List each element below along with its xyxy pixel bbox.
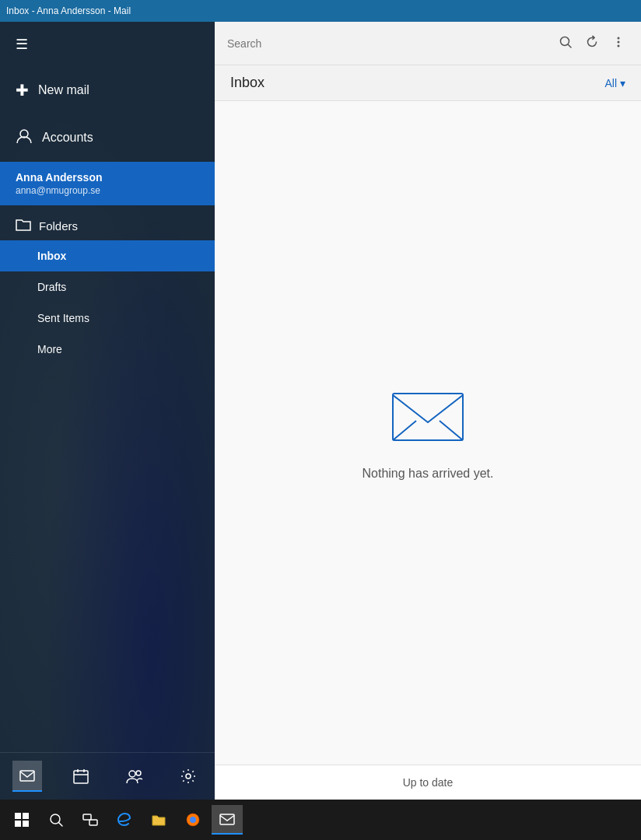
svg-rect-14 [23, 821, 29, 827]
search-input[interactable] [227, 37, 549, 50]
folders-section: Folders [0, 205, 215, 240]
new-mail-label: New mail [38, 83, 89, 97]
up-to-date-bar: Up to date [215, 765, 641, 800]
svg-rect-2 [74, 771, 88, 783]
svg-point-6 [561, 37, 569, 45]
empty-envelope-icon [389, 386, 467, 448]
folder-more[interactable]: More [0, 334, 215, 365]
svg-point-9 [618, 44, 620, 47]
search-icon-button[interactable] [555, 32, 576, 55]
nav-mail-button[interactable] [12, 761, 42, 792]
sidebar: ☰ ✚ New mail Accounts Anna Andersson ann… [0, 22, 215, 800]
edge-button[interactable] [109, 806, 140, 834]
svg-rect-16 [83, 814, 91, 820]
explorer-button[interactable] [143, 806, 174, 834]
svg-rect-11 [15, 813, 21, 819]
folder-icon [16, 218, 31, 234]
taskbar-search-button[interactable] [40, 806, 72, 834]
account-email: anna@nmugroup.se [16, 185, 199, 196]
more-options-button[interactable] [608, 32, 629, 55]
sidebar-header: ☰ [0, 22, 215, 67]
nav-calendar-button[interactable] [66, 761, 96, 792]
new-mail-icon: ✚ [16, 81, 29, 100]
folders-label: Folders [16, 218, 199, 234]
all-filter-button[interactable]: All ▾ [604, 77, 625, 89]
firefox-button[interactable] [177, 806, 208, 834]
svg-point-3 [129, 771, 135, 777]
new-mail-button[interactable]: ✚ New mail [0, 67, 215, 114]
nav-settings-button[interactable] [173, 761, 203, 792]
right-panel: Inbox All ▾ Nothing has arrived yet. Up … [215, 22, 641, 800]
accounts-button[interactable]: Accounts [0, 114, 215, 162]
mail-taskbar-button[interactable] [212, 805, 243, 835]
accounts-icon [16, 128, 33, 148]
svg-point-19 [190, 817, 196, 823]
start-button[interactable] [6, 806, 37, 834]
svg-rect-13 [15, 821, 21, 827]
taskbar [0, 800, 641, 840]
taskview-button[interactable] [75, 806, 106, 834]
folder-sent-items[interactable]: Sent Items [0, 303, 215, 334]
svg-rect-20 [220, 814, 234, 824]
accounts-label: Accounts [42, 131, 93, 145]
svg-rect-1 [20, 771, 34, 781]
hamburger-icon: ☰ [16, 37, 28, 52]
inbox-title: Inbox [230, 75, 264, 91]
title-text: Inbox - Anna Andersson - Mail [6, 5, 131, 16]
svg-point-8 [618, 40, 620, 43]
svg-point-7 [618, 37, 620, 39]
account-name: Anna Andersson [16, 171, 199, 184]
svg-point-5 [186, 774, 191, 779]
empty-message: Nothing has arrived yet. [363, 467, 494, 481]
hamburger-button[interactable]: ☰ [12, 33, 31, 56]
svg-rect-17 [89, 820, 97, 825]
sidebar-bottom-nav [0, 752, 215, 800]
folder-drafts[interactable]: Drafts [0, 271, 215, 303]
account-item[interactable]: Anna Andersson anna@nmugroup.se [0, 162, 215, 205]
nav-people-button[interactable] [120, 761, 149, 792]
inbox-content: Nothing has arrived yet. [215, 101, 641, 765]
inbox-header: Inbox All ▾ [215, 65, 641, 101]
svg-rect-12 [23, 813, 29, 819]
folder-inbox[interactable]: Inbox [0, 240, 215, 271]
svg-point-4 [136, 771, 141, 775]
svg-rect-10 [393, 394, 463, 440]
main-area: ☰ ✚ New mail Accounts Anna Andersson ann… [0, 22, 641, 800]
refresh-button[interactable] [582, 32, 602, 55]
title-bar: Inbox - Anna Andersson - Mail [0, 0, 641, 22]
search-bar [215, 22, 641, 65]
